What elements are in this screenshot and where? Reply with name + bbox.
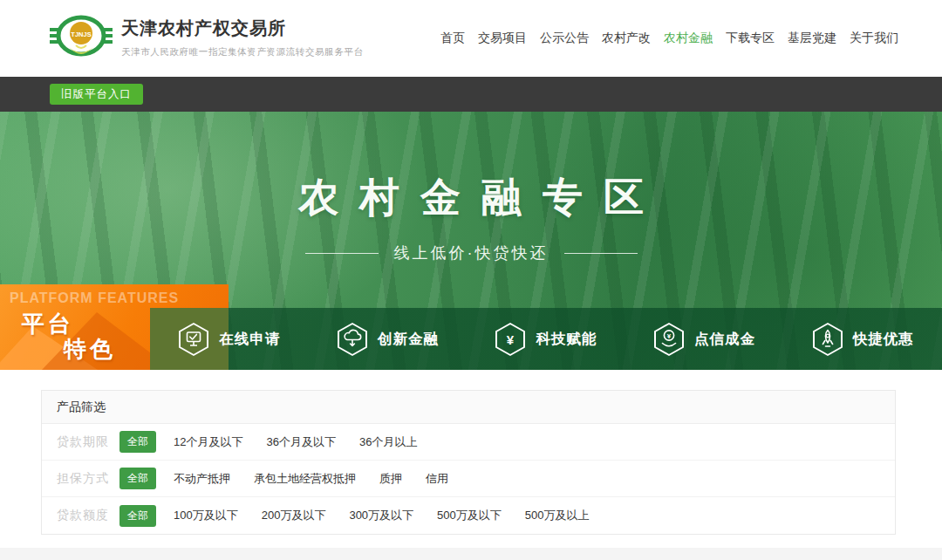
site-subtitle: 天津市人民政府唯一指定集体资产资源流转交易服务平台 [121, 46, 364, 58]
site-title: 天津农村产权交易所 [121, 17, 364, 40]
nav-item-about-us[interactable]: 关于我们 [850, 31, 898, 46]
feature-online-apply[interactable]: 在线申请 [150, 308, 309, 370]
filter-option[interactable]: 200万及以下 [262, 508, 326, 523]
brand-logo-block[interactable]: TJNJS 天津农村产权交易所 天津市人民政府唯一指定集体资产资源流转交易服务平… [50, 12, 364, 63]
footer-strip [0, 548, 942, 560]
subtitle-right-line [564, 253, 638, 254]
site-logo-icon: TJNJS [50, 12, 113, 63]
filter-row-label: 担保方式 [57, 471, 119, 487]
filter-option[interactable]: 36个月及以下 [266, 434, 335, 450]
platform-features-eyebrow: PLATFORM FEATURES [10, 290, 179, 306]
filter-option[interactable]: 300万及以下 [349, 508, 413, 523]
monitor-check-icon [178, 322, 209, 357]
filter-option[interactable]: 承包土地经营权抵押 [254, 471, 356, 487]
brand-text: 天津农村产权交易所 天津市人民政府唯一指定集体资产资源流转交易服务平台 [121, 17, 364, 58]
old-platform-entry-button[interactable]: 旧版平台入口 [50, 84, 143, 105]
feature-quick-discount[interactable]: 快捷优惠 [783, 308, 942, 370]
filter-card-title: 产品筛选 [42, 391, 895, 424]
svg-text:¥: ¥ [667, 332, 672, 340]
filter-option[interactable]: 不动产抵押 [174, 471, 230, 487]
svg-text:TJNJS: TJNJS [71, 31, 91, 38]
site-header: TJNJS 天津农村产权交易所 天津市人民政府唯一指定集体资产资源流转交易服务平… [0, 0, 942, 77]
product-filter-card: 产品筛选 贷款期限 全部 12个月及以下 36个月及以下 36个月以上 担保方式… [41, 390, 896, 535]
platform-label-line2: 特色 [64, 334, 116, 365]
nav-item-party-building[interactable]: 基层党建 [788, 31, 836, 46]
feature-label: 创新金融 [378, 330, 439, 349]
cloud-finance-icon [337, 322, 368, 357]
filter-row-loan-term: 贷款期限 全部 12个月及以下 36个月及以下 36个月以上 [42, 424, 895, 461]
subtitle-left-line [305, 253, 379, 254]
feature-label: 在线申请 [219, 330, 280, 349]
svg-text:¥: ¥ [507, 331, 515, 346]
feature-credit-to-gold[interactable]: ¥ 点信成金 [625, 308, 784, 370]
rocket-icon [812, 322, 843, 357]
hero-banner: 农村金融专区 线上低价·快贷快还 PLATFORM FEATURES 平台 特色… [0, 112, 942, 370]
filter-row-guarantee-method: 担保方式 全部 不动产抵押 承包土地经营权抵押 质押 信用 [42, 461, 895, 497]
banner-subtitle-row: 线上低价·快贷快还 [0, 242, 942, 263]
feature-tech-empowerment[interactable]: ¥ 科技赋能 [467, 308, 625, 370]
nav-item-announcements[interactable]: 公示公告 [540, 31, 589, 46]
nav-item-projects[interactable]: 交易项目 [478, 31, 527, 46]
filter-option[interactable]: 36个月以上 [359, 434, 417, 450]
all-filter-button[interactable]: 全部 [119, 431, 156, 453]
filter-row-loan-amount: 贷款额度 全部 100万及以下 200万及以下 300万及以下 500万及以下 … [42, 497, 895, 534]
nav-item-rural-finance[interactable]: 农村金融 [664, 31, 713, 46]
feature-label: 快捷优惠 [853, 330, 914, 349]
filter-row-label: 贷款额度 [57, 508, 119, 523]
yen-icon: ¥ [495, 322, 526, 357]
nav-item-rural-reform[interactable]: 农村产改 [602, 31, 651, 46]
banner-subtitle: 线上低价·快贷快还 [394, 242, 549, 263]
utility-bar: 旧版平台入口 [0, 77, 942, 112]
filter-option[interactable]: 100万及以下 [174, 508, 238, 523]
main-nav: 首页 交易项目 公示公告 农村产改 农村金融 下载专区 基层党建 关于我们 [440, 0, 898, 77]
all-filter-button[interactable]: 全部 [119, 505, 156, 527]
filter-option[interactable]: 信用 [426, 471, 448, 487]
all-filter-button[interactable]: 全部 [119, 468, 156, 489]
filter-option[interactable]: 12个月及以下 [174, 434, 242, 450]
filter-row-label: 贷款期限 [57, 434, 119, 450]
banner-title: 农村金融专区 [0, 171, 942, 225]
filter-option[interactable]: 500万及以下 [437, 508, 502, 523]
nav-item-downloads[interactable]: 下载专区 [726, 31, 775, 46]
feature-innovative-finance[interactable]: 创新金融 [309, 308, 468, 370]
feature-bar: 在线申请 创新金融 ¥ 科技赋能 ¥ 点信成金 [150, 308, 942, 370]
coin-hand-icon: ¥ [653, 322, 685, 357]
filter-option[interactable]: 质押 [379, 471, 402, 487]
nav-item-home[interactable]: 首页 [440, 31, 465, 46]
filter-option[interactable]: 500万及以上 [525, 508, 590, 523]
feature-label: 点信成金 [694, 330, 755, 349]
feature-label: 科技赋能 [536, 330, 597, 349]
